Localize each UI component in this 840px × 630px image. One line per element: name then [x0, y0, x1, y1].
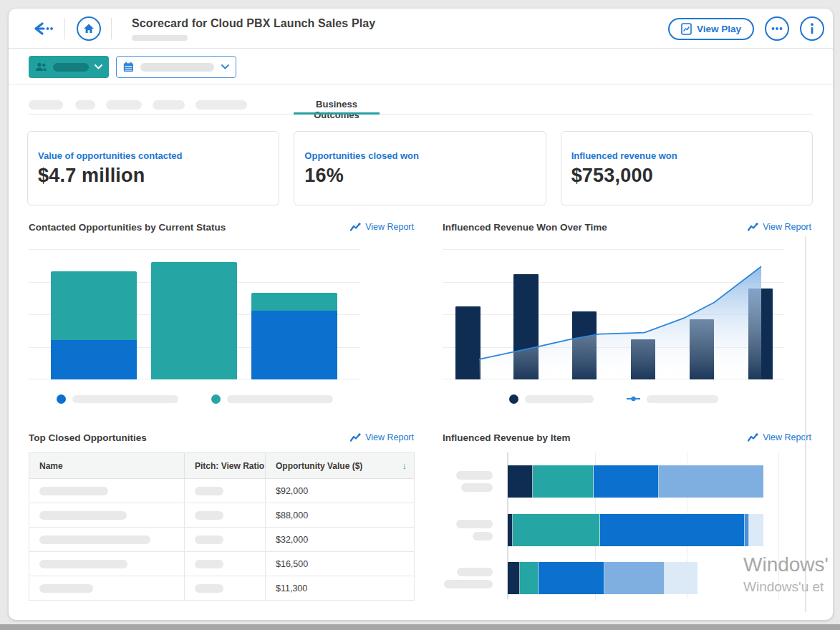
kpi-card-influenced-revenue: Influenced revenue won $753,000	[561, 131, 813, 205]
opportunity-value-cell: $92,000	[266, 479, 415, 503]
legend-item	[509, 394, 594, 404]
table-row[interactable]: $16,500	[29, 552, 415, 576]
kpi-value: 16%	[304, 165, 535, 187]
date-range-placeholder	[140, 63, 214, 72]
bar	[455, 306, 481, 379]
legend-item	[57, 394, 178, 404]
ratio-placeholder	[195, 560, 223, 568]
info-button[interactable]	[800, 16, 824, 41]
ratio-placeholder	[195, 536, 223, 544]
bar-segment-light_blue	[659, 465, 763, 498]
line-chart-icon	[748, 223, 758, 231]
scorecard-panel: Scorecard for Cloud PBX Launch Sales Pla…	[9, 9, 833, 620]
view-report-link-top-closed[interactable]: View Report	[350, 432, 414, 442]
bar-segment-light_blue	[604, 562, 665, 594]
divider	[64, 18, 65, 39]
legend-dot-blue	[57, 394, 66, 404]
bar-segment-teal	[51, 271, 137, 340]
contacted-opportunities-chart[interactable]	[29, 249, 360, 379]
view-play-label: View Play	[697, 24, 741, 34]
view-report-link-revenue-over-time[interactable]: View Report	[748, 222, 811, 232]
table-row[interactable]: $88,000	[29, 503, 415, 528]
view-play-button[interactable]: View Play	[668, 18, 754, 40]
more-options-button[interactable]	[765, 16, 789, 41]
table-row[interactable]: $92,000	[29, 479, 415, 503]
bar	[690, 319, 715, 379]
stacked-bar	[151, 262, 237, 379]
row-label-placeholders	[443, 520, 493, 541]
legend-dot-teal	[211, 394, 221, 404]
calendar-icon	[123, 62, 134, 72]
kpi-card-opportunities-contacted: Value of opportunities contacted $4.7 mi…	[27, 131, 279, 205]
bar-segment-teal	[251, 293, 337, 310]
play-document-icon	[681, 23, 692, 35]
sort-descending-icon[interactable]: ↓	[402, 460, 407, 471]
view-report-label: View Report	[763, 432, 811, 442]
home-button[interactable]	[77, 16, 101, 41]
bar	[513, 274, 539, 379]
ratio-placeholder	[195, 487, 223, 495]
opportunity-value-cell: $11,300	[266, 576, 415, 601]
gridline	[443, 347, 784, 348]
table-row[interactable]: $11,300	[29, 576, 415, 601]
revenue-over-time-chart[interactable]	[443, 249, 784, 379]
bar-segment-chart_blue	[251, 311, 337, 379]
chevron-down-icon	[221, 64, 229, 69]
legend-item	[211, 394, 333, 404]
tab-placeholder-2[interactable]	[75, 100, 95, 110]
tab-business-outcomes[interactable]: Business Outcomes	[294, 99, 380, 120]
divider	[111, 18, 112, 39]
name-cell	[29, 576, 185, 601]
ratio-cell	[185, 479, 266, 503]
opportunity-value-cell: $16,500	[266, 552, 415, 576]
column-header-pitch-view-ratio[interactable]: Pitch: View Ratio	[185, 453, 266, 479]
tabs-baseline	[29, 114, 813, 115]
gridline	[443, 282, 784, 283]
contacted-chart-legend	[29, 394, 360, 404]
legend-item	[627, 395, 718, 403]
legend-label-placeholder	[72, 395, 178, 403]
kpi-value: $4.7 million	[38, 165, 269, 187]
gridline	[443, 379, 784, 379]
name-cell	[29, 552, 185, 576]
legend-line-marker-icon	[627, 395, 640, 402]
kpi-label: Value of opportunities contacted	[38, 150, 269, 161]
screen: Scorecard for Cloud PBX Launch Sales Pla…	[0, 0, 840, 630]
audience-filter-dropdown[interactable]	[29, 56, 109, 78]
view-report-link-by-item[interactable]: View Report	[748, 432, 811, 442]
column-header-name[interactable]: Name	[29, 453, 185, 479]
ratio-cell	[185, 528, 266, 552]
gridline	[29, 249, 360, 250]
bar-segment-chart_blue	[539, 562, 604, 594]
influenced-revenue-by-item-chart[interactable]	[443, 452, 811, 599]
column-header-label: Opportunity Value ($)	[276, 461, 362, 471]
column-header-opportunity-value[interactable]: Opportunity Value ($) ↓	[266, 453, 415, 479]
stacked-bar	[508, 514, 788, 546]
tab-placeholder-5[interactable]	[195, 100, 247, 110]
opportunity-value-cell: $32,000	[266, 528, 415, 552]
view-report-label: View Report	[365, 222, 414, 232]
label-placeholder	[456, 520, 493, 528]
bar-segment-teal	[151, 262, 237, 379]
table-row[interactable]: $32,000	[29, 528, 415, 552]
bar	[631, 339, 656, 379]
view-report-link-contacted[interactable]: View Report	[350, 222, 414, 232]
page-title: Scorecard for Cloud PBX Launch Sales Pla…	[132, 17, 375, 30]
ratio-cell	[185, 552, 266, 576]
ratio-cell	[185, 503, 266, 528]
chevron-down-icon	[95, 64, 102, 69]
tab-placeholder-4[interactable]	[153, 100, 185, 110]
header: Scorecard for Cloud PBX Launch Sales Pla…	[9, 9, 833, 49]
kpi-row: Value of opportunities contacted $4.7 mi…	[27, 131, 813, 205]
filter-bar	[9, 49, 833, 84]
tab-placeholder-1[interactable]	[29, 100, 63, 110]
date-range-dropdown[interactable]	[116, 56, 236, 78]
ratio-placeholder	[195, 584, 223, 593]
bar-segment-navy	[508, 514, 513, 546]
tab-placeholder-3[interactable]	[106, 100, 142, 110]
back-button[interactable]	[33, 21, 54, 37]
opportunity-value-cell: $88,000	[266, 503, 415, 528]
stacked-bar	[251, 293, 337, 379]
name-placeholder	[39, 536, 150, 544]
row-label-placeholders	[443, 568, 493, 588]
